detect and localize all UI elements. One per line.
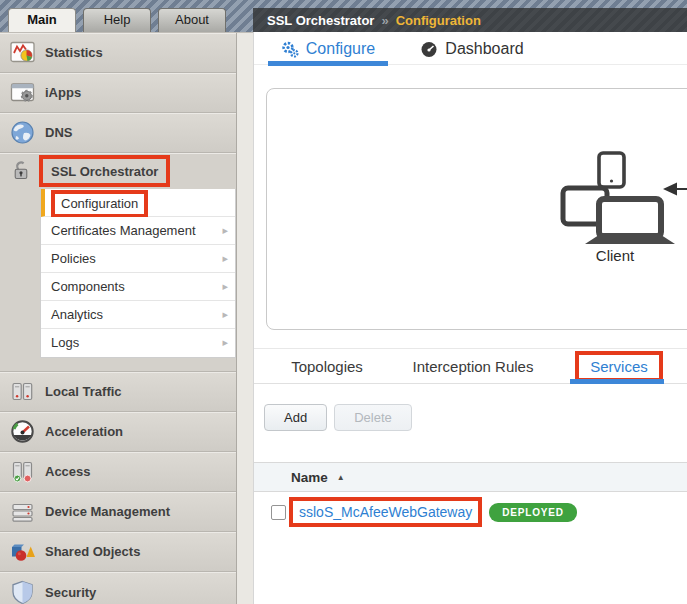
view-tabs: Configure Dashboard xyxy=(254,32,687,65)
security-icon xyxy=(9,579,36,604)
breadcrumb: SSL Orchestrator » Configuration xyxy=(253,8,687,32)
ssl-orchestrator-app: Main Help About SSL Orchestrator » Confi… xyxy=(0,0,687,604)
sidebar-item-security[interactable]: Security xyxy=(0,572,236,604)
add-button[interactable]: Add xyxy=(264,404,327,431)
submenu-item-configuration[interactable]: Configuration xyxy=(41,189,235,217)
active-tab-underline xyxy=(268,61,388,66)
client-label: Client xyxy=(557,247,673,264)
delete-button[interactable]: Delete xyxy=(334,404,412,431)
submenu-item-policies[interactable]: Policies ▸ xyxy=(41,245,235,273)
sidebar-section-ssl-orchestrator: SSL Orchestrator Configuration Certifica… xyxy=(0,153,236,372)
highlight-box-configuration: Configuration xyxy=(51,190,148,218)
table-header: Name ▲ xyxy=(254,462,687,492)
tab-configure[interactable]: Configure xyxy=(268,32,388,65)
chevron-right-icon: ▸ xyxy=(222,329,228,356)
sidebar-item-label: Shared Objects xyxy=(45,544,140,559)
sidebar-item-statistics[interactable]: Statistics xyxy=(0,33,236,73)
tab-label: Services xyxy=(590,358,648,375)
shared-objects-icon xyxy=(9,538,36,565)
chevron-right-icon: ▸ xyxy=(222,301,228,328)
submenu-item-label: Policies xyxy=(51,251,96,266)
sidebar-item-ssl-orchestrator[interactable]: SSL Orchestrator xyxy=(0,153,236,189)
submenu-spacer xyxy=(0,358,236,371)
submenu-item-components[interactable]: Components ▸ xyxy=(41,273,235,301)
sidebar-item-label: Statistics xyxy=(45,45,103,60)
sidebar-item-device-management[interactable]: Device Management xyxy=(0,492,236,532)
breadcrumb-section: SSL Orchestrator xyxy=(267,13,374,28)
sidebar-item-label: Acceleration xyxy=(45,424,123,439)
device-management-icon xyxy=(9,498,36,525)
submenu-item-analytics[interactable]: Analytics ▸ xyxy=(41,301,235,329)
active-tab-underline xyxy=(570,379,664,384)
tab-topologies[interactable]: Topologies xyxy=(254,349,400,383)
tab-label: Dashboard xyxy=(445,40,523,58)
submenu-item-label: Certificates Management xyxy=(51,223,196,238)
tab-label: Interception Rules xyxy=(413,358,534,375)
tab-label: Configure xyxy=(306,40,375,58)
iapps-icon xyxy=(9,79,36,106)
sort-asc-icon[interactable]: ▲ xyxy=(337,473,345,482)
sidebar-item-dns[interactable]: DNS xyxy=(0,113,236,153)
sidebar-item-label: iApps xyxy=(45,85,81,100)
submenu-item-label: Analytics xyxy=(51,307,103,322)
services-table: Name ▲ ssloS_McAfeeWebGateway DEPLOYED xyxy=(254,462,687,532)
sidebar-item-label: Local Traffic xyxy=(45,384,122,399)
statistics-icon xyxy=(9,39,36,66)
sidebar-item-acceleration[interactable]: Acceleration xyxy=(0,412,236,452)
chevron-right-icon: ▸ xyxy=(222,245,228,272)
sidebar-item-label: Access xyxy=(45,464,91,479)
sidebar-item-label: Device Management xyxy=(45,504,170,519)
acceleration-icon xyxy=(9,418,36,445)
chevron-right-icon: ▸ xyxy=(222,217,228,244)
nav-tabs: Main Help About xyxy=(8,8,226,32)
sidebar: Statistics iApps DN xyxy=(0,32,253,604)
nav-tab-about[interactable]: About xyxy=(158,8,226,32)
column-header-name[interactable]: Name xyxy=(291,470,328,485)
ssl-orchestrator-submenu: Configuration Certificates Management ▸ … xyxy=(40,189,236,358)
sidebar-item-local-traffic[interactable]: Local Traffic xyxy=(0,372,236,412)
tab-dashboard[interactable]: Dashboard xyxy=(412,32,532,65)
row-checkbox[interactable] xyxy=(271,505,286,520)
client-devices-icon xyxy=(557,147,687,247)
highlight-box-service-name: ssloS_McAfeeWebGateway xyxy=(289,497,482,527)
sidebar-item-shared-objects[interactable]: Shared Objects xyxy=(0,532,236,572)
access-icon xyxy=(9,458,36,485)
table-row: ssloS_McAfeeWebGateway DEPLOYED xyxy=(254,492,687,532)
submenu-item-label: Logs xyxy=(51,335,79,350)
content-tabs: Topologies Interception Rules Services xyxy=(254,348,687,384)
chevron-right-icon: ▸ xyxy=(222,273,228,300)
nav-tab-help[interactable]: Help xyxy=(83,8,151,32)
sidebar-item-label: SSL Orchestrator xyxy=(51,164,158,179)
highlight-box-services: Services xyxy=(575,351,663,382)
highlight-box-ssl-orchestrator: SSL Orchestrator xyxy=(39,155,170,187)
local-traffic-icon xyxy=(9,378,36,405)
sidebar-menu: Statistics iApps DN xyxy=(0,33,237,604)
submenu-item-label: Components xyxy=(51,279,125,294)
tab-interception-rules[interactable]: Interception Rules xyxy=(400,349,546,383)
tab-label: Topologies xyxy=(291,358,363,375)
sidebar-item-label: Security xyxy=(45,585,96,600)
sidebar-item-iapps[interactable]: iApps xyxy=(0,73,236,113)
tab-services[interactable]: Services xyxy=(546,349,687,383)
nav-tab-main[interactable]: Main xyxy=(8,8,76,32)
breadcrumb-page: Configuration xyxy=(396,13,481,28)
ssl-orchestrator-icon xyxy=(9,159,33,183)
status-badge: DEPLOYED xyxy=(489,503,576,522)
services-toolbar: Add Delete xyxy=(264,404,412,431)
sidebar-item-access[interactable]: Access xyxy=(0,452,236,492)
sidebar-item-label: DNS xyxy=(45,125,72,140)
topology-diagram-panel: Client xyxy=(266,88,687,330)
dns-icon xyxy=(9,119,36,146)
main-content: Configure Dashboard xyxy=(253,32,687,604)
service-name-link[interactable]: ssloS_McAfeeWebGateway xyxy=(299,504,472,520)
gears-icon xyxy=(281,40,299,58)
submenu-item-label: Configuration xyxy=(61,196,138,211)
breadcrumb-separator-icon: » xyxy=(381,13,388,28)
submenu-item-logs[interactable]: Logs ▸ xyxy=(41,329,235,357)
submenu-item-certificates-management[interactable]: Certificates Management ▸ xyxy=(41,217,235,245)
gauge-icon xyxy=(420,40,438,58)
